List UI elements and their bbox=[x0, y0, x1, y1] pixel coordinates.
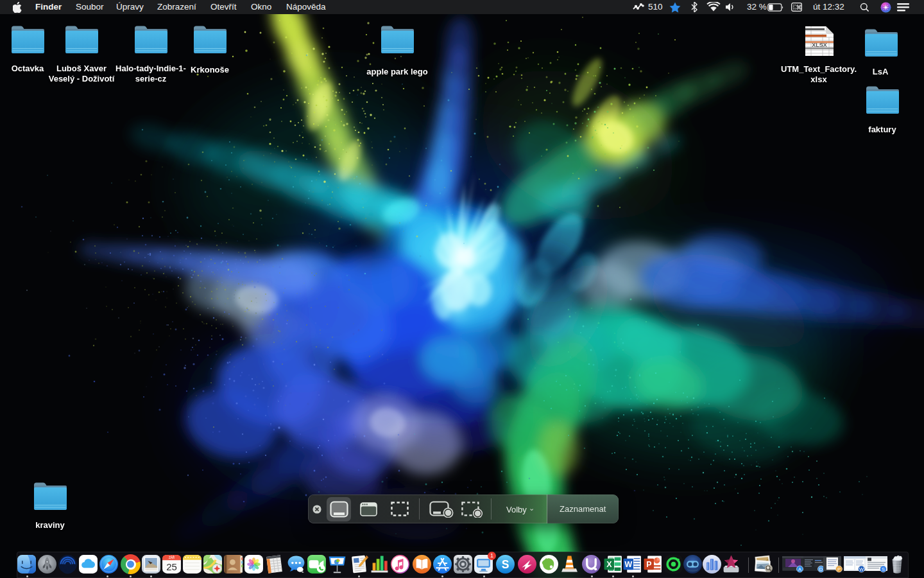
svg-text:S: S bbox=[502, 558, 509, 571]
svg-text:P: P bbox=[837, 566, 841, 572]
svg-text:XLSX: XLSX bbox=[812, 42, 827, 48]
svg-text:X: X bbox=[606, 560, 612, 569]
svg-text:S: S bbox=[882, 566, 885, 572]
svg-text:P: P bbox=[646, 560, 651, 569]
svg-text:A: A bbox=[798, 566, 801, 572]
svg-text:W: W bbox=[624, 560, 632, 569]
svg-text:W: W bbox=[859, 566, 864, 572]
svg-text:25: 25 bbox=[166, 561, 177, 572]
svg-text:ZÁŘ: ZÁŘ bbox=[169, 555, 175, 559]
